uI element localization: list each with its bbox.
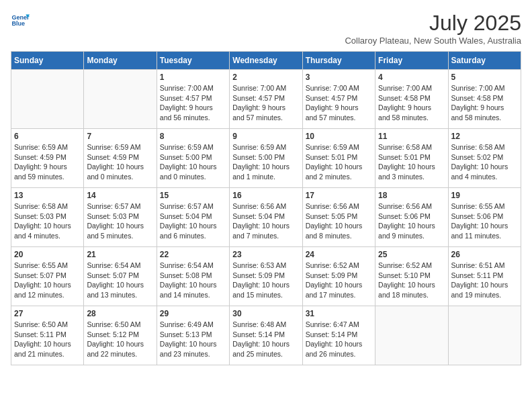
calendar-cell: 24Sunrise: 6:52 AM Sunset: 5:09 PM Dayli… xyxy=(302,247,375,306)
day-info: Sunrise: 6:57 AM Sunset: 5:04 PM Dayligh… xyxy=(160,201,226,241)
calendar-cell: 30Sunrise: 6:48 AM Sunset: 5:14 PM Dayli… xyxy=(230,306,302,365)
calendar-cell: 2Sunrise: 7:00 AM Sunset: 4:57 PM Daylig… xyxy=(230,70,302,129)
day-info: Sunrise: 7:00 AM Sunset: 4:58 PM Dayligh… xyxy=(451,83,518,123)
day-info: Sunrise: 6:47 AM Sunset: 5:14 PM Dayligh… xyxy=(306,320,372,359)
calendar-cell: 14Sunrise: 6:57 AM Sunset: 5:03 PM Dayli… xyxy=(84,188,157,247)
day-info: Sunrise: 6:54 AM Sunset: 5:07 PM Dayligh… xyxy=(87,261,153,300)
day-number: 12 xyxy=(451,132,518,141)
day-number: 14 xyxy=(87,191,153,200)
day-info: Sunrise: 6:53 AM Sunset: 5:09 PM Dayligh… xyxy=(232,261,299,300)
calendar-cell: 15Sunrise: 6:57 AM Sunset: 5:04 PM Dayli… xyxy=(157,188,229,247)
day-number: 11 xyxy=(378,132,445,141)
day-info: Sunrise: 6:57 AM Sunset: 5:03 PM Dayligh… xyxy=(87,201,153,241)
day-info: Sunrise: 6:55 AM Sunset: 5:07 PM Dayligh… xyxy=(14,261,81,300)
calendar-cell: 31Sunrise: 6:47 AM Sunset: 5:14 PM Dayli… xyxy=(302,306,375,365)
header-cell-saturday: Saturday xyxy=(448,52,521,70)
header-cell-sunday: Sunday xyxy=(11,52,84,70)
calendar-cell: 26Sunrise: 6:51 AM Sunset: 5:11 PM Dayli… xyxy=(448,247,521,306)
calendar-cell: 6Sunrise: 6:59 AM Sunset: 4:59 PM Daylig… xyxy=(11,129,84,188)
day-number: 23 xyxy=(232,250,299,259)
title-block: July 2025 Collaroy Plateau, New South Wa… xyxy=(345,11,521,46)
day-info: Sunrise: 6:58 AM Sunset: 5:01 PM Dayligh… xyxy=(378,142,445,182)
calendar-cell: 4Sunrise: 7:00 AM Sunset: 4:58 PM Daylig… xyxy=(375,70,448,129)
calendar-cell: 3Sunrise: 7:00 AM Sunset: 4:57 PM Daylig… xyxy=(302,70,375,129)
page-header: General Blue July 2025 Collaroy Plateau,… xyxy=(11,11,521,46)
day-info: Sunrise: 6:50 AM Sunset: 5:12 PM Dayligh… xyxy=(87,320,153,359)
day-number: 21 xyxy=(87,250,153,259)
day-number: 9 xyxy=(232,132,299,141)
svg-text:Blue: Blue xyxy=(11,20,25,27)
header-cell-thursday: Thursday xyxy=(302,52,375,70)
calendar-cell xyxy=(84,70,157,129)
day-number: 25 xyxy=(378,250,445,259)
week-row-1: 1Sunrise: 7:00 AM Sunset: 4:57 PM Daylig… xyxy=(11,70,521,129)
logo-icon: General Blue xyxy=(11,11,30,30)
day-info: Sunrise: 7:00 AM Sunset: 4:57 PM Dayligh… xyxy=(160,83,226,123)
day-number: 5 xyxy=(451,73,518,82)
header-cell-wednesday: Wednesday xyxy=(230,52,302,70)
calendar-cell: 18Sunrise: 6:56 AM Sunset: 5:06 PM Dayli… xyxy=(375,188,448,247)
calendar-cell: 19Sunrise: 6:55 AM Sunset: 5:06 PM Dayli… xyxy=(448,188,521,247)
day-number: 22 xyxy=(160,250,226,259)
header-cell-friday: Friday xyxy=(375,52,448,70)
day-number: 20 xyxy=(14,250,81,259)
day-info: Sunrise: 6:52 AM Sunset: 5:10 PM Dayligh… xyxy=(378,261,445,300)
day-number: 13 xyxy=(14,191,81,200)
calendar-cell: 21Sunrise: 6:54 AM Sunset: 5:07 PM Dayli… xyxy=(84,247,157,306)
calendar-cell: 7Sunrise: 6:59 AM Sunset: 4:59 PM Daylig… xyxy=(84,129,157,188)
week-row-5: 27Sunrise: 6:50 AM Sunset: 5:11 PM Dayli… xyxy=(11,306,521,365)
calendar-cell: 29Sunrise: 6:49 AM Sunset: 5:13 PM Dayli… xyxy=(157,306,229,365)
calendar-cell: 23Sunrise: 6:53 AM Sunset: 5:09 PM Dayli… xyxy=(230,247,302,306)
calendar-cell: 8Sunrise: 6:59 AM Sunset: 5:00 PM Daylig… xyxy=(157,129,229,188)
day-info: Sunrise: 6:59 AM Sunset: 4:59 PM Dayligh… xyxy=(87,142,153,182)
day-info: Sunrise: 6:54 AM Sunset: 5:08 PM Dayligh… xyxy=(160,261,226,300)
calendar-cell: 12Sunrise: 6:58 AM Sunset: 5:02 PM Dayli… xyxy=(448,129,521,188)
calendar-cell: 9Sunrise: 6:59 AM Sunset: 5:00 PM Daylig… xyxy=(230,129,302,188)
day-info: Sunrise: 6:59 AM Sunset: 5:00 PM Dayligh… xyxy=(160,142,226,182)
day-info: Sunrise: 6:55 AM Sunset: 5:06 PM Dayligh… xyxy=(451,201,518,241)
day-info: Sunrise: 6:59 AM Sunset: 4:59 PM Dayligh… xyxy=(14,142,81,182)
calendar-cell: 20Sunrise: 6:55 AM Sunset: 5:07 PM Dayli… xyxy=(11,247,84,306)
day-number: 18 xyxy=(378,191,445,200)
calendar-cell: 25Sunrise: 6:52 AM Sunset: 5:10 PM Dayli… xyxy=(375,247,448,306)
calendar-cell: 27Sunrise: 6:50 AM Sunset: 5:11 PM Dayli… xyxy=(11,306,84,365)
location-subtitle: Collaroy Plateau, New South Wales, Austr… xyxy=(345,36,521,46)
calendar-cell xyxy=(448,306,521,365)
day-info: Sunrise: 6:50 AM Sunset: 5:11 PM Dayligh… xyxy=(14,320,81,359)
logo: General Blue xyxy=(11,11,30,30)
day-info: Sunrise: 6:56 AM Sunset: 5:05 PM Dayligh… xyxy=(306,201,372,241)
day-info: Sunrise: 6:51 AM Sunset: 5:11 PM Dayligh… xyxy=(451,261,518,300)
day-number: 8 xyxy=(160,132,226,141)
week-row-2: 6Sunrise: 6:59 AM Sunset: 4:59 PM Daylig… xyxy=(11,129,521,188)
day-number: 15 xyxy=(160,191,226,200)
day-number: 2 xyxy=(232,73,299,82)
day-info: Sunrise: 6:49 AM Sunset: 5:13 PM Dayligh… xyxy=(160,320,226,359)
calendar-cell: 5Sunrise: 7:00 AM Sunset: 4:58 PM Daylig… xyxy=(448,70,521,129)
day-number: 28 xyxy=(87,309,153,318)
day-info: Sunrise: 7:00 AM Sunset: 4:57 PM Dayligh… xyxy=(306,83,372,123)
header-cell-tuesday: Tuesday xyxy=(157,52,229,70)
week-row-3: 13Sunrise: 6:58 AM Sunset: 5:03 PM Dayli… xyxy=(11,188,521,247)
calendar-cell: 13Sunrise: 6:58 AM Sunset: 5:03 PM Dayli… xyxy=(11,188,84,247)
day-number: 1 xyxy=(160,73,226,82)
calendar-cell: 16Sunrise: 6:56 AM Sunset: 5:04 PM Dayli… xyxy=(230,188,302,247)
day-info: Sunrise: 6:52 AM Sunset: 5:09 PM Dayligh… xyxy=(306,261,372,300)
day-number: 31 xyxy=(306,309,372,318)
calendar-cell: 17Sunrise: 6:56 AM Sunset: 5:05 PM Dayli… xyxy=(302,188,375,247)
day-info: Sunrise: 6:59 AM Sunset: 5:01 PM Dayligh… xyxy=(306,142,372,182)
day-number: 17 xyxy=(306,191,372,200)
calendar-cell xyxy=(11,70,84,129)
day-number: 19 xyxy=(451,191,518,200)
calendar-cell: 10Sunrise: 6:59 AM Sunset: 5:01 PM Dayli… xyxy=(302,129,375,188)
calendar-body: 1Sunrise: 7:00 AM Sunset: 4:57 PM Daylig… xyxy=(11,70,521,365)
calendar-table: SundayMondayTuesdayWednesdayThursdayFrid… xyxy=(11,51,521,365)
day-number: 26 xyxy=(451,250,518,259)
calendar-cell xyxy=(375,306,448,365)
day-info: Sunrise: 6:58 AM Sunset: 5:02 PM Dayligh… xyxy=(451,142,518,182)
day-number: 27 xyxy=(14,309,81,318)
calendar-header: SundayMondayTuesdayWednesdayThursdayFrid… xyxy=(11,52,521,70)
day-number: 29 xyxy=(160,309,226,318)
day-info: Sunrise: 7:00 AM Sunset: 4:58 PM Dayligh… xyxy=(378,83,445,123)
day-number: 30 xyxy=(232,309,299,318)
calendar-cell: 22Sunrise: 6:54 AM Sunset: 5:08 PM Dayli… xyxy=(157,247,229,306)
